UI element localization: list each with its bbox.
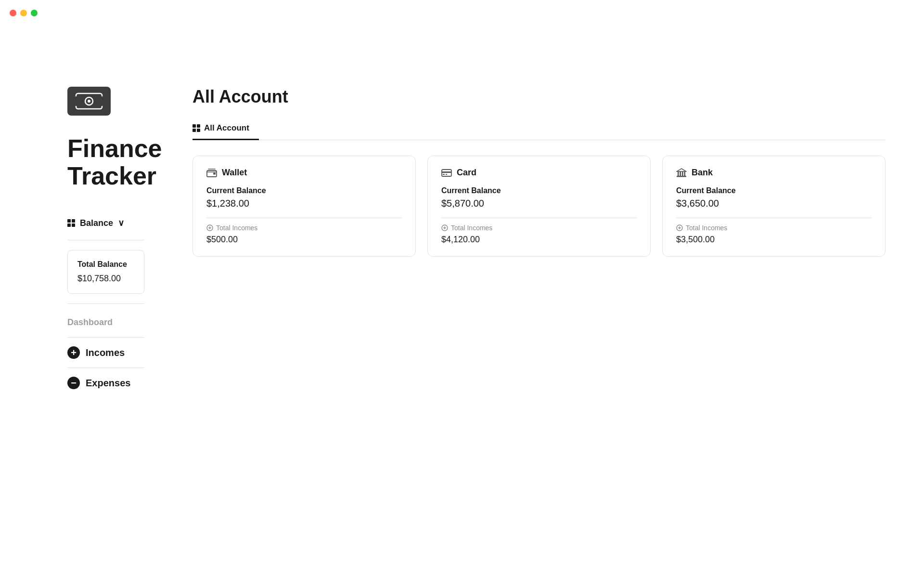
nav-item-balance[interactable]: Balance ∨ bbox=[67, 214, 144, 232]
plus-circle-icon bbox=[206, 224, 213, 231]
main-content: All Account All Account bbox=[164, 67, 924, 578]
plus-circle-icon-3 bbox=[676, 224, 683, 231]
plus-icon: + bbox=[67, 346, 80, 359]
expenses-label: Expenses bbox=[86, 378, 130, 389]
section-title: All Account bbox=[192, 87, 886, 107]
card-account-header: Card bbox=[441, 168, 637, 178]
nav-divider-1 bbox=[67, 240, 144, 240]
balance-card-value: $10,758.00 bbox=[77, 274, 134, 284]
wallet-income-row: Total Incomes bbox=[206, 224, 402, 232]
wallet-balance-label: Current Balance bbox=[206, 186, 402, 195]
wallet-title: Wallet bbox=[222, 168, 247, 178]
wallet-income-label: Total Incomes bbox=[206, 224, 257, 232]
bank-card: Bank Current Balance $3,650.00 Total Inc… bbox=[662, 156, 886, 257]
balance-card: Total Balance $10,758.00 bbox=[67, 250, 144, 294]
bank-divider bbox=[676, 218, 872, 218]
bank-balance-label: Current Balance bbox=[676, 186, 872, 195]
svg-rect-12 bbox=[443, 174, 445, 175]
wallet-card: Wallet Current Balance $1,238.00 Total I… bbox=[192, 156, 416, 257]
wallet-icon bbox=[206, 169, 217, 177]
svg-rect-4 bbox=[100, 96, 103, 106]
bank-icon bbox=[676, 168, 687, 178]
bank-income-row: Total Incomes bbox=[676, 224, 872, 232]
dashboard-label: Dashboard bbox=[67, 317, 144, 328]
svg-rect-22 bbox=[677, 176, 686, 177]
balance-nav-label: Balance bbox=[80, 218, 113, 228]
balance-card-title: Total Balance bbox=[77, 260, 134, 269]
card-icon bbox=[441, 169, 452, 177]
minus-icon: − bbox=[67, 377, 80, 389]
card-income-row: Total Incomes bbox=[441, 224, 637, 232]
tab-grid-icon bbox=[192, 124, 200, 132]
svg-rect-18 bbox=[678, 171, 679, 176]
incomes-label: Incomes bbox=[86, 347, 125, 358]
wallet-income-value: $500.00 bbox=[206, 235, 402, 245]
card-income-label: Total Incomes bbox=[441, 224, 492, 232]
tab-all-account-label: All Account bbox=[204, 123, 249, 133]
svg-rect-21 bbox=[684, 171, 686, 176]
wallet-card-header: Wallet bbox=[206, 168, 402, 178]
svg-rect-3 bbox=[75, 96, 78, 106]
bank-income-value: $3,500.00 bbox=[676, 235, 872, 245]
svg-rect-6 bbox=[213, 172, 216, 174]
card-income-value: $4,120.00 bbox=[441, 235, 637, 245]
bank-income-label: Total Incomes bbox=[676, 224, 727, 232]
svg-rect-13 bbox=[446, 174, 447, 175]
chevron-down-icon: ∨ bbox=[118, 218, 124, 228]
nav-section: Balance ∨ Total Balance $10,758.00 Dashb… bbox=[67, 214, 144, 394]
app-icon bbox=[67, 87, 111, 116]
svg-rect-11 bbox=[442, 171, 451, 173]
card-account-card: Card Current Balance $5,870.00 Total Inc… bbox=[427, 156, 651, 257]
tab-all-account[interactable]: All Account bbox=[192, 118, 259, 140]
nav-divider-2 bbox=[67, 303, 144, 304]
card-balance-label: Current Balance bbox=[441, 186, 637, 195]
plus-circle-icon-2 bbox=[441, 224, 448, 231]
app-container: Finance Tracker Balance ∨ Total Balance … bbox=[0, 0, 924, 578]
nav-divider-3 bbox=[67, 337, 144, 338]
grid-icon bbox=[67, 219, 75, 227]
svg-rect-19 bbox=[680, 171, 681, 176]
svg-marker-17 bbox=[677, 169, 686, 171]
svg-point-2 bbox=[88, 100, 90, 103]
money-icon bbox=[75, 92, 103, 110]
card-title: Card bbox=[457, 168, 476, 178]
nav-divider-4 bbox=[67, 368, 144, 368]
tabs-row: All Account bbox=[192, 118, 886, 140]
nav-item-incomes[interactable]: + Incomes bbox=[67, 342, 144, 364]
svg-rect-20 bbox=[682, 171, 683, 176]
wallet-total-incomes-label: Total Incomes bbox=[216, 224, 257, 232]
traffic-light-maximize[interactable] bbox=[31, 10, 38, 16]
sidebar: Finance Tracker Balance ∨ Total Balance … bbox=[0, 29, 164, 578]
app-title: Finance Tracker bbox=[67, 135, 144, 190]
traffic-light-minimize[interactable] bbox=[20, 10, 27, 16]
bank-title: Bank bbox=[692, 168, 713, 178]
wallet-balance-value: $1,238.00 bbox=[206, 198, 402, 209]
card-total-incomes-label: Total Incomes bbox=[451, 224, 492, 232]
traffic-light-close[interactable] bbox=[10, 10, 16, 16]
bank-balance-value: $3,650.00 bbox=[676, 198, 872, 209]
traffic-lights bbox=[10, 10, 38, 16]
cards-row: Wallet Current Balance $1,238.00 Total I… bbox=[192, 156, 886, 257]
bank-total-incomes-label: Total Incomes bbox=[686, 224, 727, 232]
nav-item-expenses[interactable]: − Expenses bbox=[67, 372, 144, 394]
bank-card-header: Bank bbox=[676, 168, 872, 178]
card-balance-value: $5,870.00 bbox=[441, 198, 637, 209]
card-divider bbox=[441, 218, 637, 218]
wallet-divider bbox=[206, 218, 402, 218]
